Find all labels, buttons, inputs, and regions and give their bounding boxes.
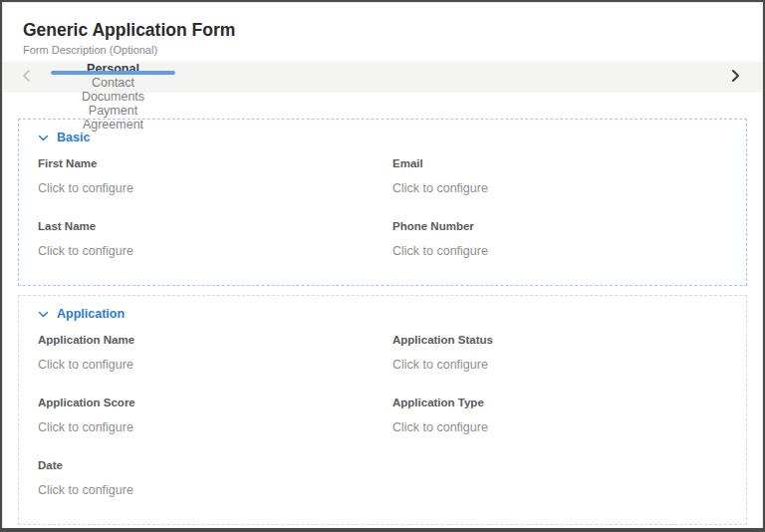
field-placeholder: Click to configure [392, 181, 727, 196]
field-first-name[interactable]: First NameClick to configure [38, 157, 373, 196]
field-label: Email [392, 157, 727, 170]
tab-bar: PersonalContactDocumentsPaymentAgreement [3, 62, 762, 93]
field-phone-number[interactable]: Phone NumberClick to configure [392, 220, 727, 259]
chevron-down-icon [38, 133, 49, 143]
window-frame: Generic Application Form Form Descriptio… [0, 0, 765, 532]
section-basic[interactable]: BasicFirst NameClick to configureEmailCl… [18, 119, 747, 286]
tab-label: Agreement [83, 118, 143, 132]
form-canvas: BasicFirst NameClick to configureEmailCl… [3, 93, 762, 525]
tab-contact[interactable]: Contact [49, 76, 177, 90]
field-last-name[interactable]: Last NameClick to configure [38, 220, 373, 259]
field-application-name[interactable]: Application NameClick to configure [38, 334, 373, 373]
field-label: First Name [38, 157, 373, 170]
tabs-scroll-right-button[interactable] [708, 62, 762, 93]
field-label: Date [38, 459, 373, 472]
field-application-status[interactable]: Application StatusClick to configure [392, 334, 727, 373]
tab-label: Documents [82, 90, 144, 104]
tab-label: Contact [92, 76, 134, 90]
tab-agreement[interactable]: Agreement [49, 118, 177, 132]
form-title[interactable]: Generic Application Form [23, 18, 742, 42]
chevron-down-icon [38, 309, 49, 320]
tab-documents[interactable]: Documents [49, 90, 177, 104]
tabs-scroll-left-button[interactable] [3, 62, 49, 93]
field-label: Application Score [38, 397, 373, 409]
chevron-right-icon [731, 69, 740, 86]
form-description[interactable]: Form Description (Optional) [23, 43, 742, 57]
chevron-left-icon [22, 69, 31, 86]
field-placeholder: Click to configure [38, 244, 373, 259]
tab-label: Personal [87, 62, 139, 76]
field-placeholder: Click to configure [392, 358, 727, 373]
field-label: Application Name [38, 334, 373, 347]
field-placeholder: Click to configure [38, 181, 373, 196]
field-application-score[interactable]: Application ScoreClick to configure [38, 397, 373, 435]
tab-personal[interactable]: Personal [49, 62, 177, 76]
form-designer-card: Generic Application Form Form Descriptio… [3, 3, 762, 528]
field-placeholder: Click to configure [38, 358, 373, 373]
field-placeholder: Click to configure [392, 420, 727, 435]
section-application[interactable]: ApplicationApplication NameClick to conf… [18, 295, 747, 525]
tab-payment[interactable]: Payment [49, 104, 177, 118]
tab-label: Payment [89, 104, 137, 118]
field-placeholder: Click to configure [38, 420, 373, 435]
field-placeholder: Click to configure [392, 244, 727, 259]
tab-list: PersonalContactDocumentsPaymentAgreement [49, 62, 177, 93]
field-email[interactable]: EmailClick to configure [392, 157, 727, 196]
field-label: Application Status [392, 334, 727, 347]
section-title: Basic [57, 131, 90, 144]
section-title: Application [57, 307, 125, 321]
field-label: Last Name [38, 220, 373, 233]
section-fields: Application NameClick to configureApplic… [38, 323, 727, 522]
field-placeholder: Click to configure [38, 483, 373, 498]
field-label: Phone Number [392, 220, 727, 233]
section-header-application[interactable]: Application [38, 304, 727, 323]
field-application-type[interactable]: Application TypeClick to configure [392, 397, 727, 435]
field-date[interactable]: DateClick to configure [38, 459, 373, 498]
form-header: Generic Application Form Form Descriptio… [3, 3, 762, 62]
field-label: Application Type [392, 397, 727, 409]
section-fields: First NameClick to configureEmailClick t… [38, 146, 727, 283]
